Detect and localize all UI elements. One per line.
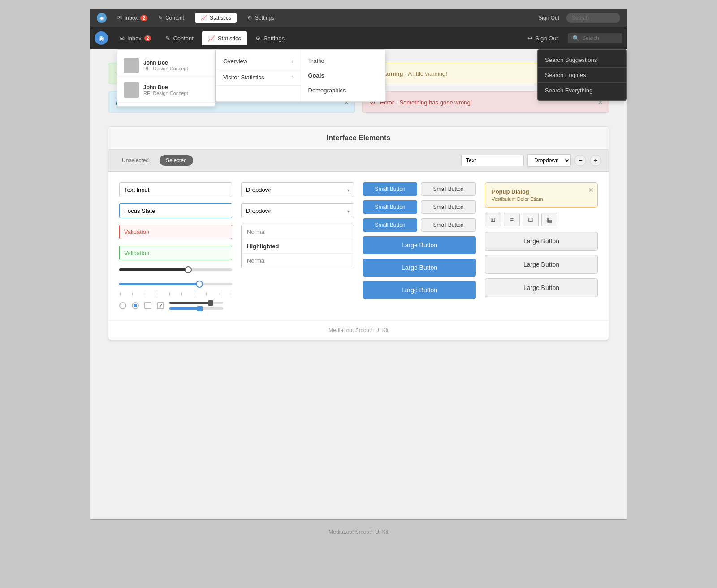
os-signout[interactable]: Sign Out <box>538 15 559 21</box>
small-blue-button-3[interactable]: Small Button <box>363 218 417 232</box>
validation-error-field[interactable] <box>119 225 232 239</box>
large-blue-button-3[interactable]: Large Button <box>363 281 476 299</box>
avatar-2 <box>124 82 139 98</box>
signout-icon: ↩ <box>527 35 532 42</box>
large-gray-button-2[interactable]: Large Button <box>485 255 598 274</box>
large-blue-button-2[interactable]: Large Button <box>363 259 476 277</box>
statistics-dropdown: Overview › Visitor Statistics › Traffic … <box>216 49 386 102</box>
search-engines-item[interactable]: Search Engines <box>538 68 626 83</box>
grid-view-button[interactable]: ⊞ <box>485 213 501 226</box>
chevron-right-icon: › <box>292 59 293 64</box>
radio-checkbox-row: ✓ <box>119 302 232 310</box>
small-buttons-row-2: Small Button Small Button <box>363 200 476 214</box>
dropdowns-col: Dropdown ▾ Dropdown ▾ Normal Highlighted <box>241 182 354 310</box>
buttons-col: Small Button Small Button Small Button S… <box>363 182 476 310</box>
nav-settings-icon: ⚙ <box>255 35 261 42</box>
popup-close-button[interactable]: ✕ <box>588 186 594 194</box>
large-gray-button-3[interactable]: Large Button <box>485 278 598 297</box>
content-icon: ✎ <box>158 15 163 21</box>
stats-goals[interactable]: Goals <box>301 68 386 83</box>
slider-dark-track <box>119 268 232 271</box>
stats-col-1: Overview › Visitor Statistics › <box>216 50 301 101</box>
slider-blue-thumb[interactable] <box>196 281 203 288</box>
os-nav-content[interactable]: ✎ Content <box>158 15 184 21</box>
checkbox-checked[interactable]: ✓ <box>157 302 164 309</box>
column-view-button[interactable]: ⊟ <box>523 213 539 226</box>
tab-unselected[interactable]: Unselected <box>116 155 155 166</box>
ie-toolbar: Unselected Selected Dropdown − + <box>108 150 609 172</box>
stats-demographics[interactable]: Demographics <box>301 83 386 98</box>
search-icon: 🔍 <box>572 35 579 42</box>
inbox-dropdown: John Doe RE: Design Concept John Doe RE:… <box>117 49 216 107</box>
dropdown-option-normal-2[interactable]: Normal <box>242 254 354 268</box>
slider-blue-track <box>119 283 232 285</box>
statistics-icon: 📈 <box>200 15 207 21</box>
os-nav-statistics[interactable]: 📈 Statistics <box>195 13 237 23</box>
tab-selected[interactable]: Selected <box>160 155 193 166</box>
nav-statistics[interactable]: 📈 Statistics <box>202 31 247 45</box>
dropdown-option-highlighted[interactable]: Highlighted <box>242 239 354 254</box>
large-blue-button-1[interactable]: Large Button <box>363 236 476 254</box>
dropdown-2[interactable]: Dropdown <box>241 203 354 218</box>
dropdown-1[interactable]: Dropdown <box>241 182 354 197</box>
small-blue-button-1[interactable]: Small Button <box>363 182 417 196</box>
small-gray-button-3[interactable]: Small Button <box>421 218 476 232</box>
nav-statistics-icon: 📈 <box>208 35 215 42</box>
inbox-badge: 2 <box>140 15 147 21</box>
popup-col: Popup Dialog Vestibulum Dolor Etiam ✕ ⊞ … <box>485 182 598 310</box>
focus-state-field[interactable] <box>119 203 232 218</box>
app-nav: ◉ ✉ Inbox 2 ✎ Content 📈 Statistics ⚙ Set… <box>90 27 627 49</box>
os-top-bar: ◉ ✉ Inbox 2 ✎ Content 📈 Statistics ⚙ Set… <box>90 9 627 27</box>
small-buttons-row-3: Small Button Small Button <box>363 218 476 232</box>
large-gray-buttons: Large Button Large Button Large Button <box>485 232 598 297</box>
large-gray-button-1[interactable]: Large Button <box>485 232 598 251</box>
dropdown-option-normal-1[interactable]: Normal <box>242 225 354 239</box>
toolbar-text-input[interactable] <box>461 155 524 166</box>
radio-unchecked[interactable] <box>119 302 126 309</box>
plus-button[interactable]: + <box>590 155 601 166</box>
inbox-icon: ✉ <box>117 15 122 21</box>
nav-content[interactable]: ✎ Content <box>159 31 200 45</box>
slider-dark-thumb[interactable] <box>185 266 192 273</box>
os-nav-settings[interactable]: ⚙ Settings <box>247 15 274 21</box>
stats-overview[interactable]: Overview › <box>216 53 301 69</box>
nav-signout[interactable]: ↩ Sign Out <box>521 31 564 45</box>
mini-track-dark <box>169 302 223 304</box>
stats-visitor-statistics[interactable]: Visitor Statistics › <box>216 69 301 86</box>
mini-sliders <box>169 302 223 310</box>
validation-success-field[interactable] <box>119 246 232 260</box>
inbox-item-1[interactable]: John Doe RE: Design Concept <box>117 53 215 78</box>
inbox-item-1-text: John Doe RE: Design Concept <box>143 60 188 71</box>
view-icon-group: ⊞ ≡ ⊟ ▦ <box>485 213 598 226</box>
os-search-input[interactable] <box>566 13 620 23</box>
search-suggestions-item[interactable]: Search Suggestions <box>538 52 626 68</box>
mini-thumb-blue[interactable] <box>197 306 203 311</box>
small-blue-button-2[interactable]: Small Button <box>363 200 417 214</box>
dropdown-1-wrap: Dropdown ▾ <box>241 182 354 197</box>
nav-inbox[interactable]: ✉ Inbox 2 <box>113 31 157 45</box>
app-window: ◉ ✉ Inbox 2 ✎ Content 📈 Statistics ⚙ Set… <box>90 27 627 520</box>
inbox-item-2[interactable]: John Doe RE: Design Concept <box>117 78 215 103</box>
interface-elements-card: Interface Elements Unselected Selected D… <box>108 126 609 340</box>
small-buttons-row-1: Small Button Small Button <box>363 182 476 196</box>
os-nav-inbox[interactable]: ✉ Inbox 2 <box>117 15 147 21</box>
checkmark-icon: ✓ <box>159 303 163 309</box>
minus-button[interactable]: − <box>574 155 586 166</box>
toolbar-dropdown[interactable]: Dropdown <box>527 154 571 167</box>
text-input-field[interactable] <box>119 182 232 197</box>
barcode-view-button[interactable]: ▦ <box>541 213 557 226</box>
popup-dialog: Popup Dialog Vestibulum Dolor Etiam ✕ <box>485 182 598 208</box>
search-everything-item[interactable]: Search Everything <box>538 83 626 98</box>
stats-traffic[interactable]: Traffic <box>301 53 386 68</box>
nav-settings[interactable]: ⚙ Settings <box>249 31 291 45</box>
nav-search-input[interactable] <box>582 35 618 41</box>
radio-dot <box>134 304 137 307</box>
small-gray-button-1[interactable]: Small Button <box>421 182 476 196</box>
mini-thumb-dark[interactable] <box>208 300 213 306</box>
sliders <box>119 268 232 295</box>
tick-marks <box>119 293 232 295</box>
small-gray-button-2[interactable]: Small Button <box>421 200 476 214</box>
checkbox-unchecked[interactable] <box>144 302 151 309</box>
list-view-button[interactable]: ≡ <box>504 213 520 226</box>
radio-checked[interactable] <box>132 302 139 309</box>
